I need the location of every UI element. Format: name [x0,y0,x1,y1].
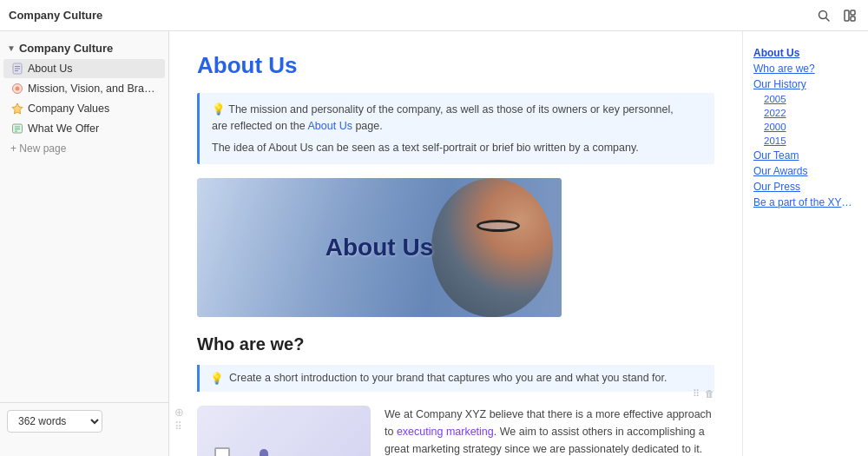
svg-marker-11 [12,103,23,114]
block-actions: ⠿ 🗑 [693,388,714,400]
callout-line1: 💡 The mission and personality of the com… [212,102,702,135]
section-who-heading: Who are we? [197,334,714,354]
who-callout-text: Create a short introduction to your bran… [229,372,667,384]
page-icon-values [10,102,24,116]
toc-item-3[interactable]: 2005 [753,92,858,106]
drag-icon[interactable]: ⠿ [174,420,184,433]
word-count-bar: 362 words 200 words 500 words [0,402,168,439]
word-count-select[interactable]: 362 words 200 words 500 words [7,410,102,433]
toc-item-10[interactable]: Be a part of the XYZ Legacy [753,195,858,210]
body-paragraph-1: We at Company XYZ believe that there is … [385,406,714,456]
toc-item-1[interactable]: Who are we? [753,61,858,76]
toc-item-5[interactable]: 2000 [753,120,858,134]
svg-point-10 [16,87,20,91]
toc-item-2[interactable]: Our History [753,76,858,92]
page-title: About Us [197,52,714,79]
app-title: Company Culture [9,9,814,22]
hero-image: About Us [197,178,562,317]
grid-icon[interactable]: ⠿ [693,388,700,400]
toc-item-4[interactable]: 2022 [753,106,858,120]
sidebar-item-label-mission: Mission, Vision, and Brand Promise [28,83,158,95]
add-block-icon[interactable]: ⊕ [174,406,184,419]
new-page-label: + New page [10,142,66,155]
two-col-section: ⠿ 🗑 ⊕ ⠿ [197,406,714,456]
page-icon-mission [10,82,24,96]
isometric-illustration [214,414,353,456]
toc-item-0[interactable]: About Us [753,45,858,61]
toc-item-9[interactable]: Our Press [753,179,858,195]
who-callout-icon: 💡 [210,372,224,385]
top-bar: Company Culture [0,0,868,31]
svg-rect-3 [851,10,855,15]
intro-callout: 💡 The mission and personality of the com… [197,93,714,164]
sidebar-item-label-about-us: About Us [28,63,72,75]
illustration-box [197,406,371,456]
toc-item-7[interactable]: Our Team [753,148,858,163]
page-icon [10,62,24,76]
chevron-down-icon: ▼ [7,43,16,53]
page-icon-offer [10,122,24,135]
hero-title: About Us [326,234,433,261]
layout-button[interactable] [840,6,859,25]
content-area: About Us 💡 The mission and personality o… [169,31,742,456]
editor-left-actions: ⊕ ⠿ [174,406,184,433]
sidebar-item-values[interactable]: Company Values [3,99,165,118]
main-layout: ▼ Company Culture About Us [0,31,868,456]
svg-rect-4 [851,17,855,21]
trash-icon[interactable]: 🗑 [705,388,714,400]
search-button[interactable] [814,6,833,25]
sidebar-item-offer[interactable]: What We Offer [3,119,165,138]
sidebar-item-label-values: Company Values [28,102,109,115]
top-bar-actions [814,6,859,25]
sidebar-item-label-offer: What We Offer [28,122,99,135]
right-panel-toc: About UsWho are we?Our History2005202220… [742,31,868,456]
svg-rect-2 [845,10,849,21]
callout-icon: 💡 [212,103,226,116]
sidebar-root-label: Company Culture [19,42,113,55]
callout-line2: The idea of About Us can be seen as a te… [212,140,702,156]
sidebar-item-about-us[interactable]: About Us [3,59,165,78]
text-column: We at Company XYZ believe that there is … [385,406,714,456]
about-us-link[interactable]: About Us [308,120,352,132]
sidebar-root[interactable]: ▼ Company Culture [0,38,168,58]
who-callout: 💡 Create a short introduction to your br… [197,365,714,392]
svg-line-1 [826,17,830,21]
new-page-button[interactable]: + New page [3,140,165,157]
toc-item-8[interactable]: Our Awards [753,163,858,179]
sidebar-item-mission[interactable]: Mission, Vision, and Brand Promise [3,79,165,98]
toc-item-6[interactable]: 2015 [753,134,858,148]
sidebar: ▼ Company Culture About Us [0,31,169,456]
highlight-executing: executing marketing [397,426,494,438]
